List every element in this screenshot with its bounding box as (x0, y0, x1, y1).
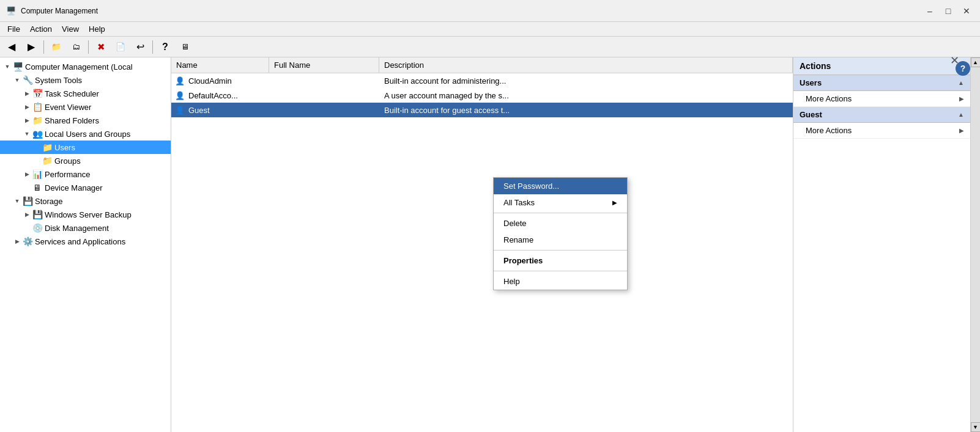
refresh-button[interactable]: ↩ (131, 38, 149, 56)
disk-mgmt-label: Disk Management (45, 224, 109, 233)
more-actions-arrow: ▶ (959, 127, 964, 134)
forward-button[interactable]: ▶ (22, 38, 40, 56)
content-pane: Name Full Name Description 👤 CloudAdmin … (171, 57, 793, 432)
section-chevron: ▲ (958, 111, 964, 118)
mmc-button[interactable]: 🖥 (176, 38, 194, 56)
tree-pane: ▼ 🖥️ Computer Management (Local ▼ 🔧 Syst… (0, 57, 171, 432)
back-button[interactable]: ◀ (2, 38, 21, 56)
ctx-properties[interactable]: Properties (494, 252, 627, 269)
tree-item-device-manager[interactable]: 🖥 Device Manager (0, 181, 171, 194)
tree-item-system-tools[interactable]: ▼ 🔧 System Tools (0, 73, 171, 87)
scroll-track[interactable] (971, 67, 981, 422)
expand-disk-mgmt[interactable] (22, 223, 32, 233)
menu-action[interactable]: Action (25, 23, 57, 35)
user-name-cell: 👤 Guest (171, 104, 269, 116)
tree-item-disk-mgmt[interactable]: 💿 Disk Management (0, 221, 171, 235)
expand-comp-mgmt[interactable]: ▼ (2, 62, 12, 71)
groups-label: Groups (54, 156, 81, 166)
user-desc-cell: Built-in account for administering... (379, 76, 793, 86)
close-button[interactable]: ✕ (958, 3, 975, 19)
performance-icon: 📊 (32, 169, 43, 180)
tree-item-win-server-backup[interactable]: ▶ 💾 Windows Server Backup (0, 208, 171, 221)
user-icon: 👤 (174, 89, 186, 101)
expand-groups[interactable] (32, 156, 42, 166)
performance-label: Performance (45, 170, 90, 179)
properties-button[interactable]: 📄 (111, 38, 130, 56)
expand-event-viewer[interactable]: ▶ (22, 102, 32, 112)
tree-item-local-users[interactable]: ▼ 👥 Local Users and Groups (0, 127, 171, 141)
actions-more-actions-guest[interactable]: More Actions ▶ (793, 123, 970, 139)
table-row[interactable]: 👤 DefaultAcco... A user account managed … (171, 88, 793, 103)
expand-system-tools[interactable]: ▼ (12, 75, 22, 85)
ctx-set-password[interactable]: Set Password... (494, 178, 627, 194)
up-button[interactable]: 📁 (47, 38, 65, 56)
ctx-help[interactable]: Help (494, 273, 627, 290)
submenu-arrow: ▶ (612, 199, 617, 206)
column-headers: Name Full Name Description (171, 57, 793, 73)
tree-item-task-scheduler[interactable]: ▶ 📅 Task Scheduler (0, 87, 171, 100)
menu-view[interactable]: View (57, 23, 84, 35)
ctx-sep-3 (494, 271, 627, 271)
right-scrollbar[interactable]: ▲ ▼ (970, 57, 980, 432)
ctx-delete[interactable]: Delete (494, 215, 627, 232)
tree-item-event-viewer[interactable]: ▶ 📋 Event Viewer (0, 100, 171, 114)
maximize-button[interactable]: □ (940, 3, 957, 19)
toolbar-sep-2 (88, 40, 89, 54)
tree-item-services-apps[interactable]: ▶ ⚙️ Services and Applications (0, 235, 171, 248)
ctx-rename[interactable]: Rename (494, 232, 627, 248)
scroll-down-btn[interactable]: ▼ (971, 422, 981, 432)
minimize-button[interactable]: – (921, 3, 938, 19)
help-button[interactable]: ? (156, 38, 174, 56)
expand-shared-folders[interactable]: ▶ (22, 115, 32, 125)
delete-button[interactable]: ✖ (92, 38, 110, 56)
tree-item-users[interactable]: 📁 Users (0, 141, 171, 154)
table-row[interactable]: 👤 CloudAdmin Built-in account for admini… (171, 73, 793, 88)
section-chevron: ▲ (958, 79, 964, 86)
actions-section-guest[interactable]: Guest ▲ (793, 107, 970, 123)
expand-performance[interactable]: ▶ (22, 169, 32, 179)
tree-item-groups[interactable]: 📁 Groups (0, 154, 171, 167)
table-row-guest[interactable]: 👤 Guest Built-in account for guest acces… (171, 103, 793, 117)
col-header-description[interactable]: Description (379, 57, 793, 73)
show-hide-button[interactable]: 🗂 (67, 38, 85, 56)
actions-more-actions-users[interactable]: More Actions ▶ (793, 91, 970, 107)
panel-close-button[interactable]: ✕ (950, 54, 959, 67)
context-menu: Set Password... All Tasks ▶ Delete Renam… (493, 177, 628, 290)
task-scheduler-icon: 📅 (32, 88, 43, 99)
col-header-fullname[interactable]: Full Name (269, 57, 379, 73)
tree-item-comp-mgmt[interactable]: ▼ 🖥️ Computer Management (Local (0, 60, 171, 73)
win-server-backup-label: Windows Server Backup (45, 210, 132, 219)
event-viewer-icon: 📋 (32, 101, 43, 112)
actions-header: Actions (793, 57, 970, 75)
tree-item-shared-folders[interactable]: ▶ 📁 Shared Folders (0, 114, 171, 127)
expand-device-manager[interactable] (22, 183, 32, 192)
menu-file[interactable]: File (2, 23, 25, 35)
ctx-sep-2 (494, 250, 627, 251)
expand-users[interactable] (32, 142, 42, 152)
actions-section-users[interactable]: Users ▲ (793, 75, 970, 91)
toolbar: ◀ ▶ 📁 🗂 ✖ 📄 ↩ ? 🖥 (0, 37, 980, 57)
expand-storage[interactable]: ▼ (12, 196, 22, 206)
ctx-all-tasks[interactable]: All Tasks ▶ (494, 194, 627, 211)
expand-services-apps[interactable]: ▶ (12, 236, 22, 246)
scroll-up-btn[interactable]: ▲ (971, 57, 981, 67)
expand-task-scheduler[interactable]: ▶ (22, 89, 32, 98)
win-server-backup-icon: 💾 (32, 209, 43, 220)
groups-icon: 📁 (42, 155, 53, 166)
menu-help[interactable]: Help (84, 23, 110, 35)
expand-local-users[interactable]: ▼ (22, 129, 32, 139)
col-header-name[interactable]: Name (171, 57, 269, 73)
ctx-sep-1 (494, 213, 627, 213)
window-title: Computer Management (21, 7, 921, 15)
toolbar-sep-3 (152, 40, 153, 54)
storage-label: Storage (35, 197, 63, 206)
shared-folders-label: Shared Folders (45, 116, 99, 125)
expand-win-server-backup[interactable]: ▶ (22, 210, 32, 219)
comp-mgmt-label: Computer Management (Local (25, 62, 133, 71)
user-icon: 👤 (174, 75, 186, 87)
tree-item-performance[interactable]: ▶ 📊 Performance (0, 167, 171, 181)
device-manager-label: Device Manager (45, 183, 103, 192)
tree-item-storage[interactable]: ▼ 💾 Storage (0, 194, 171, 208)
users-icon: 📁 (42, 142, 53, 153)
system-tools-label: System Tools (35, 76, 82, 85)
